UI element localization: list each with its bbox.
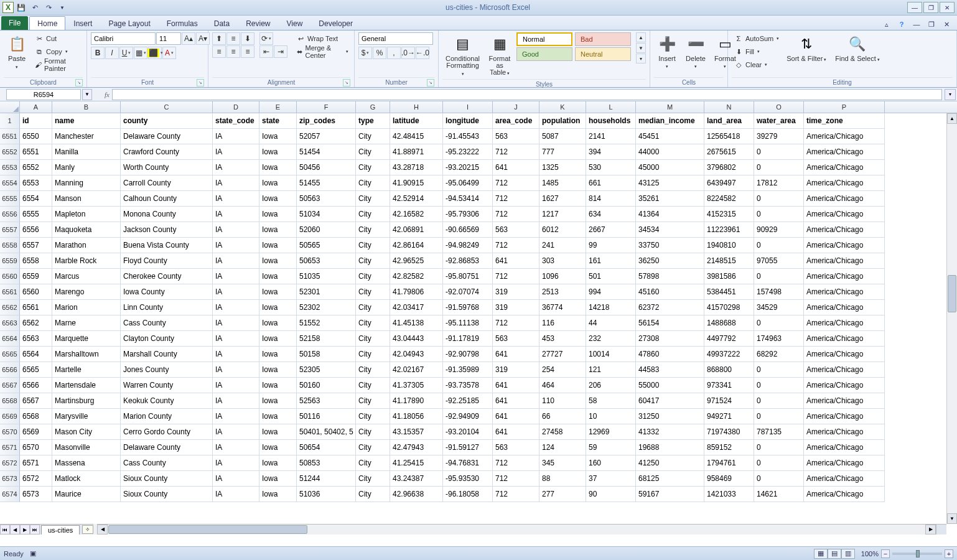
cell[interactable]: 712 (493, 238, 539, 253)
cell[interactable]: 44 (586, 315, 636, 331)
row-header[interactable]: 6553 (0, 160, 20, 175)
tab-file[interactable]: File (1, 16, 28, 30)
cell[interactable]: Floyd County (121, 253, 213, 269)
qat-dropdown-icon[interactable]: ▼ (56, 1, 68, 14)
italic-button[interactable]: I (105, 47, 119, 59)
cell[interactable]: Massena (52, 455, 121, 471)
row-header[interactable]: 1 (0, 113, 20, 129)
cell[interactable]: 1940810 (704, 238, 754, 253)
comma-format-icon[interactable]: , (387, 47, 401, 59)
cell[interactable]: id (20, 113, 52, 129)
cell[interactable]: City (356, 362, 390, 378)
cell[interactable]: median_income (636, 113, 704, 129)
tab-formulas[interactable]: Formulas (159, 16, 206, 30)
cell[interactable]: 34534 (636, 222, 704, 238)
cell[interactable]: households (586, 113, 636, 129)
cell[interactable]: Warren County (121, 378, 213, 393)
conditional-formatting-button[interactable]: ▤ Conditional Formatting ▾ (442, 32, 483, 79)
cell[interactable]: City (356, 253, 390, 269)
align-bottom-icon[interactable]: ⬇ (241, 32, 254, 45)
cell[interactable]: Martensdale (52, 378, 121, 393)
cell[interactable]: IA (213, 207, 259, 222)
row-header[interactable]: 6572 (0, 455, 20, 471)
cell[interactable]: 51034 (297, 207, 356, 222)
cell[interactable]: Clayton County (121, 331, 213, 347)
cell[interactable]: 47860 (636, 347, 704, 362)
cell[interactable]: America/Chicago (804, 144, 885, 160)
cell[interactable]: 3981586 (704, 269, 754, 284)
row-header[interactable]: 6558 (0, 238, 20, 253)
cell[interactable]: Iowa (259, 269, 297, 284)
decrease-indent-icon[interactable]: ⇤ (259, 45, 273, 58)
cell[interactable]: Mason City (52, 424, 121, 440)
cell[interactable]: 55000 (636, 378, 704, 393)
cell[interactable]: Iowa (259, 471, 297, 487)
cell[interactable]: 5384451 (704, 284, 754, 300)
copy-button[interactable]: ⧉Copy▾ (32, 45, 83, 58)
cell[interactable]: 254 (539, 362, 586, 378)
cell[interactable]: 50160 (297, 378, 356, 393)
view-page-break-icon[interactable]: ▥ (841, 549, 855, 559)
cell[interactable]: area_code (493, 113, 539, 129)
column-header[interactable]: H (390, 101, 443, 113)
cell[interactable]: America/Chicago (804, 253, 885, 269)
cell[interactable]: 39279 (754, 129, 804, 144)
cell[interactable]: 35261 (636, 191, 704, 207)
cell[interactable]: 12565418 (704, 129, 754, 144)
cell[interactable]: 641 (493, 424, 539, 440)
cell[interactable]: City (356, 129, 390, 144)
cell[interactable]: 59167 (636, 487, 704, 502)
cell[interactable]: 303 (539, 253, 586, 269)
cell[interactable]: -95.06499 (443, 175, 493, 191)
cell[interactable]: Iowa (259, 222, 297, 238)
column-header[interactable]: O (754, 101, 804, 113)
cell[interactable]: Iowa (259, 315, 297, 331)
mdi-minimize-icon[interactable]: — (911, 19, 922, 30)
cell[interactable]: Carroll County (121, 175, 213, 191)
cell[interactable]: 42.04943 (390, 347, 443, 362)
cell[interactable]: 10 (586, 409, 636, 424)
row-header[interactable]: 6566 (0, 362, 20, 378)
cell[interactable]: America/Chicago (804, 440, 885, 455)
cell[interactable]: 6561 (20, 300, 52, 315)
sort-filter-button[interactable]: ⇅Sort & Filter ▾ (783, 32, 829, 65)
row-header[interactable]: 6568 (0, 393, 20, 409)
cell[interactable]: Crawford County (121, 144, 213, 160)
cell[interactable]: 868800 (704, 362, 754, 378)
cell[interactable]: 0 (754, 160, 804, 175)
cell[interactable]: 712 (493, 487, 539, 502)
cell[interactable]: Iowa (259, 487, 297, 502)
delete-cells-button[interactable]: ➖Delete▾ (683, 32, 709, 72)
cell[interactable]: 160 (586, 455, 636, 471)
cell[interactable]: City (356, 207, 390, 222)
hscroll-thumb[interactable] (108, 525, 307, 534)
cell[interactable]: Iowa (259, 440, 297, 455)
cell[interactable]: 50565 (297, 238, 356, 253)
tab-insert[interactable]: Insert (65, 16, 100, 30)
undo-icon[interactable]: ↶ (29, 1, 41, 14)
cell[interactable]: 277 (539, 487, 586, 502)
cell[interactable]: Iowa (259, 424, 297, 440)
cell[interactable]: 6558 (20, 253, 52, 269)
cell[interactable]: Masonville (52, 440, 121, 455)
cell[interactable]: 33750 (636, 238, 704, 253)
cell[interactable]: IA (213, 440, 259, 455)
cell[interactable]: America/Chicago (804, 191, 885, 207)
cell[interactable]: City (356, 440, 390, 455)
sheet-nav-last-icon[interactable]: ⏭ (30, 525, 40, 534)
cell[interactable]: America/Chicago (804, 393, 885, 409)
cell[interactable]: City (356, 238, 390, 253)
cell[interactable]: Calhoun County (121, 191, 213, 207)
cell[interactable]: IA (213, 253, 259, 269)
cell[interactable]: Iowa (259, 175, 297, 191)
cell[interactable]: 6563 (20, 331, 52, 347)
cell[interactable]: 2148515 (704, 253, 754, 269)
cell[interactable]: -91.59768 (443, 300, 493, 315)
cell[interactable]: 319 (493, 300, 539, 315)
cell[interactable]: 6554 (20, 191, 52, 207)
row-header[interactable]: 6551 (0, 129, 20, 144)
cell[interactable]: America/Chicago (804, 424, 885, 440)
cell[interactable]: 0 (754, 471, 804, 487)
cell[interactable]: 50401, 50402, 5 (297, 424, 356, 440)
cell[interactable]: -92.94909 (443, 409, 493, 424)
